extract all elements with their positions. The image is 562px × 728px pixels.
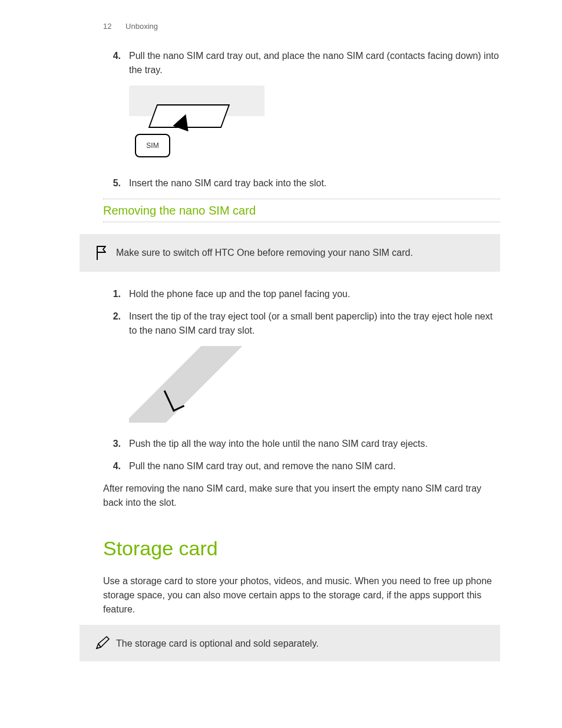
step-text: Insert the nano SIM card tray back into … — [129, 176, 500, 190]
post-steps-paragraph: After removing the nano SIM card, make s… — [103, 482, 500, 510]
step-item: 4. Pull the nano SIM card tray out, and … — [103, 49, 500, 77]
step-item: 5. Insert the nano SIM card tray back in… — [103, 176, 500, 190]
page-header: 12 Unboxing — [0, 21, 562, 32]
step-number: 3. — [103, 437, 129, 451]
step-text: Push the tip all the way into the hole u… — [129, 437, 500, 451]
step-list-top: 4. Pull the nano SIM card tray out, and … — [103, 49, 500, 77]
section-paragraph: Use a storage card to store your photos,… — [103, 574, 500, 617]
section-heading-storage: Storage card — [103, 533, 500, 564]
step-item: 2. Insert the tip of the tray eject tool… — [103, 309, 500, 338]
step-item: 3. Push the tip all the way into the hol… — [103, 437, 500, 451]
step-text: Insert the tip of the tray eject tool (o… — [129, 309, 500, 338]
figure-sim-insert: SIM — [129, 85, 500, 162]
step-number: 4. — [103, 459, 129, 473]
note-box-flag: Make sure to switch off HTC One before r… — [80, 234, 500, 272]
step-item: 1. Hold the phone face up and the top pa… — [103, 287, 500, 301]
step-number: 1. — [103, 287, 129, 301]
step-text: Pull the nano SIM card tray out, and rem… — [129, 459, 500, 473]
step-item: 4. Pull the nano SIM card tray out, and … — [103, 459, 500, 473]
sim-card-label: SIM — [135, 134, 170, 157]
note-text: Make sure to switch off HTC One before r… — [116, 245, 493, 260]
flag-icon — [87, 245, 116, 261]
subheading-removing-sim: Removing the nano SIM card — [103, 199, 500, 222]
note-text: The storage card is optional and sold se… — [116, 635, 493, 651]
step-list-top-cont: 5. Insert the nano SIM card tray back in… — [103, 176, 500, 190]
header-section-name: Unboxing — [125, 22, 158, 31]
note-box-pencil: The storage card is optional and sold se… — [80, 625, 500, 661]
step-text: Pull the nano SIM card tray out, and pla… — [129, 49, 500, 77]
figure-eject-tool — [129, 346, 500, 423]
step-list-remove-cont: 3. Push the tip all the way into the hol… — [103, 437, 500, 473]
step-text: Hold the phone face up and the top panel… — [129, 287, 500, 301]
pencil-icon — [87, 635, 116, 651]
step-list-remove: 1. Hold the phone face up and the top pa… — [103, 287, 500, 338]
page-number: 12 — [103, 21, 111, 32]
step-number: 2. — [103, 309, 129, 324]
step-number: 4. — [103, 49, 129, 63]
step-number: 5. — [103, 176, 129, 190]
